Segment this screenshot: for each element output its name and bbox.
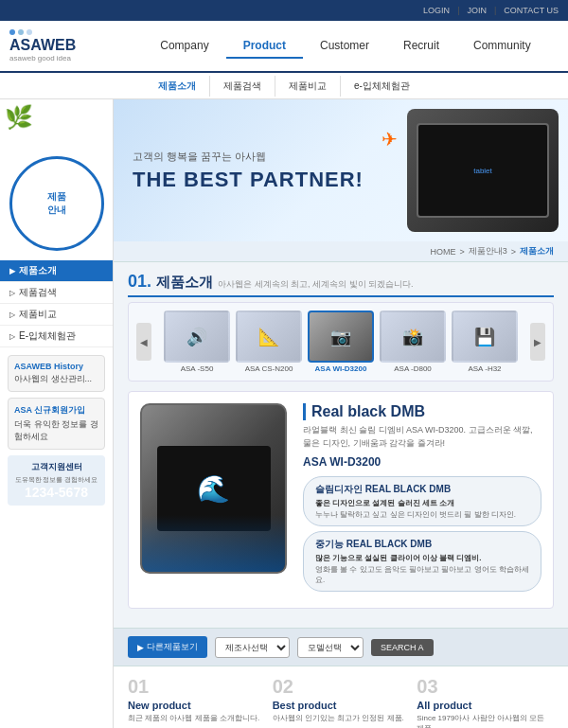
dmb-device: 🌊 xyxy=(140,403,292,596)
thumb-label-3: ASA -D800 xyxy=(380,364,446,373)
dmb-feature2-title: 중기능 REAL BLACK DMB xyxy=(315,538,529,551)
card-history-desc: 아사웹의 생산관리... xyxy=(14,373,98,385)
section-title-text: 제품소개 xyxy=(156,274,213,292)
dmb-title: Real black DMB xyxy=(303,403,541,420)
breadcrumb-sep1: > xyxy=(459,247,464,257)
main-nav: Company Product Customer Recruit Communi… xyxy=(123,34,568,59)
model-select[interactable]: 모델선택 xyxy=(297,637,364,658)
breadcrumb-sep2: > xyxy=(511,247,516,257)
nav-company[interactable]: Company xyxy=(143,34,225,59)
thumb-item-4[interactable]: 💾 ASA -H32 xyxy=(452,311,518,373)
search-button[interactable]: SEARCH A xyxy=(371,639,434,656)
main-wrapper: 🌿 제품안내 ▶ 제품소개 ▷ 제품검색 ▷ 제품비교 ▷ E-입체체험관 xyxy=(0,99,568,728)
dmb-water-effect xyxy=(142,515,285,572)
sidebar-card-join[interactable]: ASA 신규회원가입 더욱 유익한 정보를 경험하세요 xyxy=(8,398,105,450)
banner-title: THE BEST PARTNER! xyxy=(133,168,364,192)
section-desc: 아사웹은 세계속의 최고, 세계속의 빛이 되겠습니다. xyxy=(218,278,414,291)
logo-name: ASAWEB xyxy=(9,37,123,54)
dmb-feature1-desc: 누누나 탈락하고 싶고 싶은 디자인이 벗드리 필 발한 디자인. xyxy=(315,509,529,520)
thumb-label-0: ASA -S50 xyxy=(164,364,230,373)
login-link[interactable]: LOGIN xyxy=(423,6,450,15)
support-person: 고객지원센터 도유목한 정보를 경험하세요 1234-5678 xyxy=(8,455,105,506)
sep2: | xyxy=(494,6,496,15)
dmb-device-image: 🌊 xyxy=(140,403,287,574)
phone-number: 1234-5678 xyxy=(13,485,99,500)
dmb-feature-1: 슬림디자인 REAL BLACK DMB 좋은 디자인으로 설계된 슬러진 세트… xyxy=(303,476,541,526)
logo-dot-2 xyxy=(18,29,24,35)
three-cols: 01 New product 최근 제품의 아사웹 제품을 소개합니다. 🌹 2… xyxy=(114,666,568,728)
col-num-2: 02 xyxy=(273,676,410,698)
sidebar-item-intro[interactable]: ▶ 제품소개 xyxy=(0,260,113,282)
laptop-screen: tablet xyxy=(417,123,549,218)
logo-dot-3 xyxy=(27,29,32,35)
dmb-info: Real black DMB 라얼블랙 최신 슬림 디엠비 ASA WI-D32… xyxy=(303,403,541,596)
play-icon: ▶ xyxy=(137,643,144,652)
col-num-3: 03 xyxy=(417,676,554,698)
header: ASAWEB asaweb good idea Company Product … xyxy=(0,21,568,73)
nav-recruit[interactable]: Recruit xyxy=(386,34,456,59)
col-new-product: 01 New product 최근 제품의 아사웹 제품을 소개합니다. 🌹 2… xyxy=(128,676,265,728)
sidebar-item-search[interactable]: ▷ 제품검색 xyxy=(0,282,113,304)
sidebar-item-compare[interactable]: ▷ 제품비교 xyxy=(0,304,113,326)
phone-label: 고객지원센터 xyxy=(13,461,99,473)
subnav-product-compare[interactable]: 제품비교 xyxy=(275,76,341,97)
contact-link[interactable]: CONTACT US xyxy=(504,6,559,15)
subnav-product-search[interactable]: 제품검색 xyxy=(210,76,275,97)
sidebar-card-history[interactable]: ASAWEB History 아사웹의 생산관리... xyxy=(8,355,105,392)
breadcrumb-current: 제품소개 xyxy=(520,245,554,257)
banner: 고객의 행복을 꿈꾸는 아사웹 THE BEST PARTNER! ✈ tabl… xyxy=(114,99,568,241)
arrow-icon: ▷ xyxy=(9,311,15,319)
content-area: 고객의 행복을 꿈꾸는 아사웹 THE BEST PARTNER! ✈ tabl… xyxy=(114,99,568,728)
plane-icon: ✈ xyxy=(382,128,398,151)
breadcrumb-mid[interactable]: 제품안내3 xyxy=(469,245,507,257)
subnav-product-3d[interactable]: e-입체체험관 xyxy=(341,76,423,97)
sidebar-circle-text: 제품안내 xyxy=(47,190,66,217)
laptop-image: tablet xyxy=(407,109,559,232)
section-num: 01. xyxy=(128,272,151,292)
product-thumbs: ◀ 🔊 ASA -S50 📐 ASA CS-N200 📷 ASA WI-D320… xyxy=(128,302,554,382)
thumb-item-3[interactable]: 📸 ASA -D800 xyxy=(380,311,446,373)
sidebar: 🌿 제품안내 ▶ 제품소개 ▷ 제품검색 ▷ 제품비교 ▷ E-입체체험관 xyxy=(0,99,114,728)
phone-sub: 도유목한 정보를 경험하세요 xyxy=(13,475,99,485)
col-title-1: New product xyxy=(128,700,265,711)
thumb-label-4: ASA -H32 xyxy=(452,364,518,373)
sidebar-bottom: ASAWEB History 아사웹의 생산관리... ASA 신규회원가입 더… xyxy=(0,347,113,518)
logo-dots xyxy=(9,29,123,35)
dmb-feature2-desc: 영화를 볼 수 있고도 음악도 필아보고 필아보고 영어도 학습하세요. xyxy=(315,564,529,585)
col-desc-2: 아사웹의 인기있는 최고가 인정된 제품. xyxy=(273,713,410,723)
thumb-item-1[interactable]: 📐 ASA CS-N200 xyxy=(236,311,302,373)
col-title-3: All product xyxy=(417,700,554,711)
dmb-feature1-sub: 좋은 디자인으로 설계된 슬러진 세트 소개 xyxy=(315,498,529,508)
thumb-img-0: 🔊 xyxy=(164,311,230,363)
section-title: 01. 제품소개 아사웹은 세계속의 최고, 세계속의 빛이 되겠습니다. xyxy=(128,272,554,297)
col-title-2: Best product xyxy=(273,700,410,711)
sidebar-item-3d[interactable]: ▷ E-입체체험관 xyxy=(0,326,113,347)
thumb-img-3: 📸 xyxy=(380,311,446,363)
join-link[interactable]: JOIN xyxy=(467,6,487,15)
breadcrumb-home[interactable]: HOME xyxy=(430,247,455,257)
breadcrumb: HOME > 제품안내3 > 제품소개 xyxy=(114,241,568,262)
nav-customer[interactable]: Customer xyxy=(303,34,386,59)
manufacturer-select[interactable]: 제조사선택 xyxy=(215,637,290,658)
view-more-button[interactable]: ▶ 다른제품보기 xyxy=(128,636,207,658)
dmb-section: 🌊 Real black DMB 라얼블랙 최신 슬림 디엠비 ASA WI-D… xyxy=(128,391,554,609)
sidebar-circle: 제품안내 xyxy=(9,156,104,251)
thumb-prev-btn[interactable]: ◀ xyxy=(136,323,151,361)
thumb-next-btn[interactable]: ▶ xyxy=(530,323,545,361)
thumb-item-0[interactable]: 🔊 ASA -S50 xyxy=(164,311,230,373)
dmb-feature1-title: 슬림디자인 REAL BLACK DMB xyxy=(315,483,529,496)
arrow-icon: ▷ xyxy=(9,332,15,341)
thumb-label-2: ASA WI-D3200 xyxy=(308,364,374,373)
thumb-items: 🔊 ASA -S50 📐 ASA CS-N200 📷 ASA WI-D3200 … xyxy=(156,311,525,373)
product-section: 01. 제품소개 아사웹은 세계속의 최고, 세계속의 빛이 되겠습니다. ◀ … xyxy=(114,262,568,628)
col-all-product: 03 All product Since 1979아사 사람안 아사웹의 모든 … xyxy=(417,676,554,728)
arrow-icon: ▷ xyxy=(9,289,15,297)
col-best-product: 02 Best product 아사웹의 인기있는 최고가 인정된 제품. 🖥 … xyxy=(273,676,410,728)
card-join-title: ASA 신규회원가입 xyxy=(14,404,98,417)
thumb-item-2[interactable]: 📷 ASA WI-D3200 xyxy=(308,311,374,373)
nav-product[interactable]: Product xyxy=(226,34,303,59)
nav-community[interactable]: Community xyxy=(456,34,548,59)
dmb-feature2-sub: 많은 기능으로 설실된 클라이어 이상 블랙 디엠비. xyxy=(315,553,529,563)
subnav-product-intro[interactable]: 제품소개 xyxy=(145,76,210,97)
thumb-img-2: 📷 xyxy=(308,311,374,363)
